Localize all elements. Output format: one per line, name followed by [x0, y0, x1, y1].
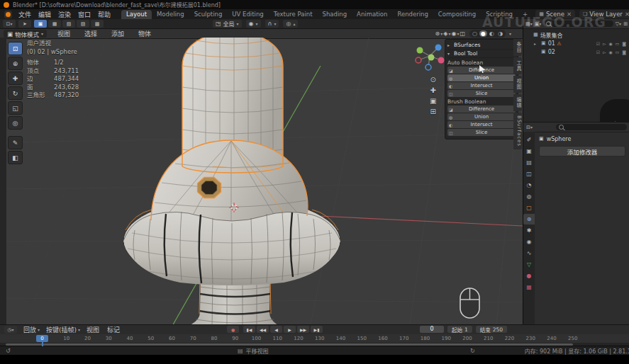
workspace-tab[interactable]: Layout	[121, 10, 152, 19]
properties-search-input[interactable]	[566, 125, 624, 130]
boolean-button[interactable]: ◐ Intersect	[447, 121, 516, 128]
workspace-tab[interactable]: Modeling	[152, 10, 189, 19]
workspace-tab[interactable]: UV Editing	[227, 10, 268, 19]
boolean-button[interactable]: ◍ Union	[447, 74, 516, 81]
timeline-menu-item[interactable]: 视图	[87, 325, 101, 334]
boolean-button[interactable]: ◐ Intersect	[447, 82, 516, 89]
transport-button[interactable]: ▮◀	[243, 326, 255, 333]
workspace-tab[interactable]: Texture Paint	[269, 10, 318, 19]
frame-end-field[interactable]: 结束250	[476, 326, 507, 333]
n-panel-tab[interactable]: 条目	[513, 39, 522, 56]
tab-view-layer[interactable]: ◫	[523, 169, 535, 179]
tool-dropdown[interactable]: ⊡▾	[3, 20, 16, 28]
record-button[interactable]: ●	[227, 326, 239, 333]
boolean-button[interactable]: ◫ Slice	[447, 90, 516, 97]
rotate-tool[interactable]: ↻	[8, 86, 23, 100]
visibility-toggles[interactable]: ☑ ▻ ◉ ▭ ◙	[596, 50, 627, 55]
workspace-tab[interactable]: Sculpting	[189, 10, 228, 19]
tab-particles[interactable]: ✱	[523, 225, 535, 236]
timeline-menu-item[interactable]: 回放▾	[23, 325, 40, 334]
boolean-button[interactable]: ◫ Slice	[447, 129, 516, 136]
move-tool[interactable]: ✚	[8, 72, 23, 85]
viewport-header-icon[interactable]: ◈▾	[443, 30, 450, 37]
new-collection-icon[interactable]: ⊞	[623, 21, 628, 27]
pivot-point-dropdown[interactable]: ◉▾	[246, 20, 261, 28]
viewport-header-icon[interactable]: ◫	[460, 30, 466, 37]
tab-output[interactable]: ▤	[523, 157, 535, 168]
shading-mode-toggle[interactable]: ●	[479, 30, 487, 37]
navigation-gizmo[interactable]	[413, 39, 447, 74]
menu-item[interactable]: 编辑	[35, 10, 55, 19]
shading-mode-toggle[interactable]: ◐	[488, 30, 496, 37]
tab-object-data[interactable]: ▽	[523, 259, 535, 270]
menu-item[interactable]: 渲染	[55, 10, 74, 19]
snap-toggle[interactable]: ∩▾	[265, 20, 279, 28]
transform-orientation-dropdown[interactable]: ◳ 全局 ▾	[213, 20, 242, 28]
menu-item[interactable]: 窗口	[74, 10, 94, 19]
timeline-editor-type-dropdown[interactable]: ◷▾	[4, 326, 17, 334]
boolean-button[interactable]: ◪ Difference	[447, 106, 516, 113]
shading-mode-toggle[interactable]: ◑	[496, 30, 504, 37]
blender-menu-icon[interactable]	[4, 11, 12, 18]
workspace-tab[interactable]: Scripting	[481, 10, 518, 19]
tab-scene[interactable]: ◔	[523, 180, 535, 190]
outliner-display-mode-dropdown[interactable]: ▤▾	[525, 21, 533, 27]
cursor-tool[interactable]: ⊕	[8, 57, 23, 70]
viewport-header-icon[interactable]: ◉▾	[451, 30, 459, 37]
tab-material[interactable]: ●	[523, 271, 535, 281]
proportional-edit-toggle[interactable]: ◎▴	[283, 20, 298, 28]
transform-tool[interactable]: ◎	[8, 116, 23, 130]
outliner-filter-icon[interactable]: ▽▾	[616, 21, 621, 27]
zoom-icon[interactable]: ⊙	[430, 76, 436, 84]
viewport-3d[interactable]: ⊡▾ ➤ ▣▦▧▨▩ ◳ 全局 ▾ ◉▾ ∩▾ ◎▴	[0, 19, 523, 324]
transport-button[interactable]: ▶▮	[311, 326, 323, 333]
outliner-row[interactable]: ▣ 02 ☑ ▻ ◉ ▭ ◙	[523, 47, 629, 56]
select-mode-toggle[interactable]: ▦	[48, 20, 61, 28]
playhead[interactable]: 0	[36, 335, 48, 342]
add-modifier-button[interactable]: 添加修改器	[539, 146, 625, 157]
frame-start-field[interactable]: 起始1	[447, 326, 472, 333]
expander-icon[interactable]: ▸	[534, 41, 539, 46]
tab-object[interactable]: ▢	[523, 203, 535, 213]
active-tool-button[interactable]: ➤	[18, 20, 31, 28]
scene-selector[interactable]: ▦ Scene ✕	[535, 10, 575, 18]
visibility-toggles[interactable]: ☑ ▻ ◉ ▭ ◙	[596, 41, 627, 46]
transport-button[interactable]: ◀◀	[257, 326, 269, 333]
annotate-tool[interactable]: ✎	[8, 136, 23, 149]
n-panel-tab[interactable]: 编辑	[513, 94, 522, 111]
boolean-button[interactable]: ◍ Union	[447, 113, 516, 120]
workspace-tab[interactable]: Compositing	[433, 10, 481, 19]
select-mode-toggle[interactable]: ▨	[77, 20, 89, 28]
outliner-filter-dropdown[interactable]: ▣▾	[535, 21, 542, 27]
outliner-search-input[interactable]	[553, 21, 610, 27]
workspace-tab[interactable]: Shading	[318, 10, 352, 19]
unlink-scene-icon[interactable]: ✕	[567, 11, 572, 18]
tab-constraints[interactable]: ∿	[523, 248, 535, 258]
mode-selector[interactable]: ▣ 物体模式 ▾	[4, 30, 47, 38]
camera-view-icon[interactable]: ▣	[430, 97, 436, 105]
menu-item[interactable]: 文件	[15, 10, 35, 19]
transport-button[interactable]: ◀	[270, 326, 282, 333]
tab-physics[interactable]: ◉	[523, 237, 535, 247]
select-box-tool[interactable]: ⊡	[8, 42, 23, 55]
scale-tool[interactable]: ◱	[8, 101, 23, 115]
transport-button[interactable]: ▶▶	[297, 326, 309, 333]
select-mode-toggle[interactable]: ▩	[91, 20, 104, 28]
timeline-menu-item[interactable]: 按键(插帧)▾	[46, 325, 80, 334]
n-panel-tab[interactable]: BSurfaces	[513, 113, 522, 149]
menu-item[interactable]: 帮助	[94, 10, 114, 19]
timeline-menu-item[interactable]: 标记	[107, 325, 121, 334]
tab-modifiers[interactable]: ⊛	[523, 214, 535, 224]
outliner-row[interactable]: ▸ ▣ 01 ◬ ☑ ▻ ◉ ▭ ◙	[523, 39, 629, 47]
pan-hand-icon[interactable]: ✚	[430, 86, 436, 94]
outliner-row[interactable]: ▦ 场景集合	[523, 30, 629, 39]
workspace-tab[interactable]: Animation	[352, 10, 392, 19]
add-cube-tool[interactable]: ◧	[8, 151, 23, 164]
shading-dropdown-icon[interactable]: ▾	[509, 31, 511, 36]
workspace-tab[interactable]: +	[518, 10, 533, 19]
tab-render[interactable]: ▣	[523, 146, 535, 157]
current-frame-field[interactable]: 0	[420, 326, 444, 333]
editor-type-dropdown[interactable]: ⊟▾	[526, 125, 533, 130]
select-mode-toggle[interactable]: ▧	[62, 20, 75, 28]
workspace-tab[interactable]: Rendering	[392, 10, 433, 19]
